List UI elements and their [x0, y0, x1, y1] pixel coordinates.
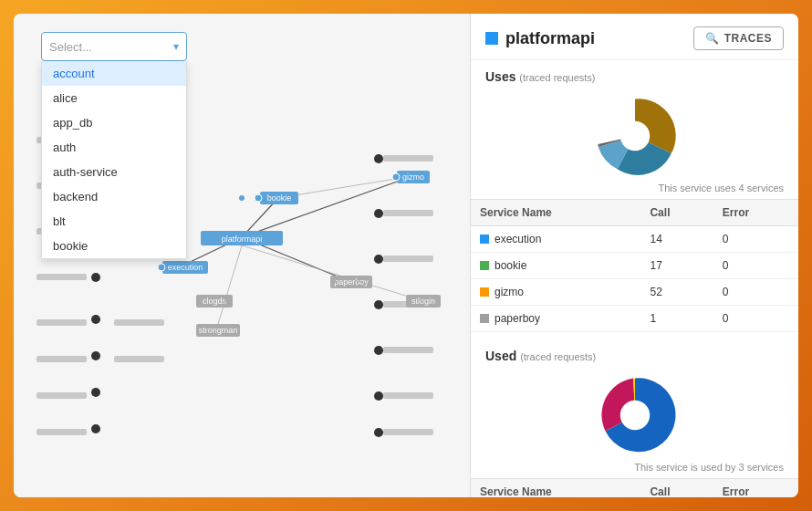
- service-select[interactable]: Select... ▾: [41, 32, 187, 61]
- svg-rect-24: [383, 256, 433, 262]
- uses-row-paperboy-call: 1: [640, 306, 713, 332]
- svg-point-32: [374, 300, 383, 309]
- uses-row-gizmo-call: 52: [640, 279, 713, 306]
- used-title: Used (traced requests): [471, 339, 798, 367]
- svg-rect-22: [383, 155, 433, 162]
- traces-button[interactable]: 🔍 TRACES: [693, 26, 784, 50]
- select-placeholder: Select...: [49, 40, 92, 54]
- svg-point-35: [374, 428, 383, 437]
- uses-row-bookie-name: bookie: [471, 253, 640, 279]
- svg-rect-4: [36, 319, 87, 326]
- uses-chart-container: [471, 88, 798, 181]
- dropdown-item-account[interactable]: account: [42, 61, 186, 86]
- execution-color: [480, 235, 489, 244]
- svg-point-14: [91, 388, 100, 397]
- uses-row-bookie-call: 17: [640, 253, 713, 279]
- svg-rect-19: [114, 356, 164, 362]
- svg-rect-5: [36, 356, 87, 362]
- title-square-icon: [485, 32, 498, 45]
- main-container: Select... ▾ account alice app_db auth au…: [14, 14, 798, 497]
- gizmo-color: [480, 287, 489, 297]
- dropdown-item-backend[interactable]: backend: [42, 184, 186, 209]
- svg-point-64: [619, 121, 649, 151]
- right-panel: platformapi 🔍 TRACES Uses (traced reques…: [470, 14, 798, 497]
- dropdown-item-auth-service[interactable]: auth-service: [42, 160, 186, 184]
- svg-point-11: [91, 273, 100, 282]
- uses-row-paperboy-name: paperboy: [471, 306, 640, 332]
- uses-row-execution-error: 0: [713, 226, 798, 253]
- table-row: gizmo 52 0: [471, 279, 798, 306]
- svg-point-45: [255, 194, 262, 202]
- svg-rect-27: [383, 392, 433, 399]
- uses-pie-chart: [594, 95, 676, 177]
- dropdown-container: Select... ▾ account alice app_db auth au…: [41, 32, 187, 61]
- uses-section: Uses (traced requests): [471, 60, 798, 332]
- dropdown-item-alice[interactable]: alice: [42, 86, 186, 110]
- svg-point-12: [91, 315, 100, 324]
- svg-rect-18: [114, 319, 164, 326]
- used-section: Used (traced requests) This service is u…: [471, 332, 798, 497]
- dropdown-arrow-icon: ▾: [173, 40, 179, 53]
- uses-table: Service Name Call Error execution 1: [471, 199, 798, 332]
- uses-row-gizmo-name: gizmo: [471, 279, 640, 306]
- dropdown-item-auth[interactable]: auth: [42, 135, 186, 160]
- svg-text:clogds: clogds: [203, 297, 227, 306]
- svg-line-60: [218, 245, 242, 324]
- svg-point-30: [374, 209, 383, 218]
- used-chart-container: [471, 367, 798, 460]
- svg-point-48: [392, 173, 400, 181]
- svg-point-29: [374, 154, 383, 163]
- svg-rect-6: [36, 392, 87, 399]
- search-icon: 🔍: [705, 32, 720, 45]
- svg-line-61: [242, 245, 423, 301]
- table-row: bookie 17 0: [471, 253, 798, 279]
- uses-col-call: Call: [640, 200, 713, 226]
- graph-panel: Select... ▾ account alice app_db auth au…: [14, 14, 470, 497]
- svg-text:gizmo: gizmo: [402, 172, 424, 182]
- uses-title: Uses (traced requests): [471, 60, 798, 88]
- uses-col-service: Service Name: [471, 200, 640, 226]
- used-table: Service Name Call Error strongman 3: [471, 478, 798, 497]
- svg-rect-7: [36, 429, 87, 435]
- svg-point-33: [374, 346, 383, 355]
- svg-text:execution: execution: [168, 263, 203, 272]
- dropdown-menu: account alice app_db auth auth-service b…: [41, 61, 187, 259]
- svg-point-65: [619, 401, 649, 430]
- svg-line-37: [242, 176, 412, 237]
- uses-row-execution-name: execution: [471, 226, 640, 253]
- paperboy-color: [480, 314, 489, 323]
- svg-point-63: [330, 278, 336, 284]
- uses-chart-label: This service uses 4 services: [471, 181, 798, 199]
- uses-row-gizmo-error: 0: [713, 279, 798, 306]
- uses-row-bookie-error: 0: [713, 253, 798, 279]
- svg-point-31: [374, 255, 383, 264]
- uses-col-error: Error: [713, 200, 798, 226]
- service-title: platformapi: [505, 29, 595, 48]
- used-col-service: Service Name: [471, 479, 640, 498]
- panel-title: platformapi: [485, 29, 595, 48]
- svg-text:strongman: strongman: [199, 326, 238, 335]
- svg-text:bookie: bookie: [267, 193, 292, 203]
- svg-point-51: [158, 264, 165, 271]
- bookie-color: [480, 261, 489, 270]
- table-row: execution 14 0: [471, 226, 798, 253]
- dropdown-item-blt[interactable]: blt: [42, 209, 186, 234]
- uses-row-execution-call: 14: [640, 226, 713, 253]
- dropdown-item-bookie[interactable]: bookie: [42, 234, 186, 258]
- used-pie-chart: [594, 374, 676, 456]
- svg-point-13: [91, 351, 100, 360]
- svg-rect-3: [36, 274, 87, 280]
- svg-line-40: [278, 176, 412, 198]
- svg-rect-28: [383, 429, 433, 435]
- uses-row-paperboy-error: 0: [713, 306, 798, 332]
- svg-point-15: [91, 424, 100, 433]
- svg-point-62: [239, 195, 245, 201]
- used-chart-label: This service is used by 3 services: [471, 460, 798, 478]
- dropdown-item-app_db[interactable]: app_db: [42, 110, 186, 135]
- svg-text:platformapi: platformapi: [222, 235, 263, 244]
- table-row: paperboy 1 0: [471, 306, 798, 332]
- panel-header: platformapi 🔍 TRACES: [471, 14, 798, 60]
- used-col-error: Error: [713, 479, 798, 498]
- traces-btn-label: TRACES: [724, 32, 772, 45]
- svg-point-34: [374, 391, 383, 401]
